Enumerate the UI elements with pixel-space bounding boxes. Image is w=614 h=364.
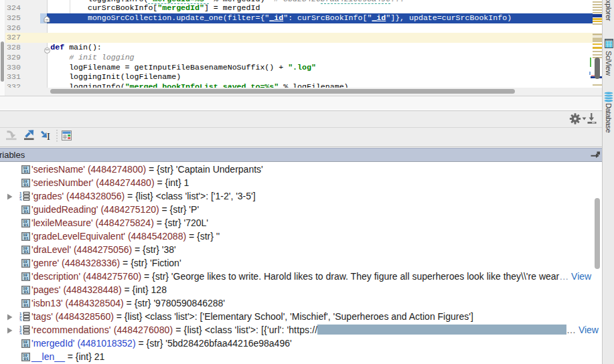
svg-text:01: 01 [23, 170, 28, 175]
svg-text:01: 01 [23, 290, 28, 295]
svg-text:01: 01 [23, 264, 28, 268]
svg-text:01: 01 [23, 357, 28, 362]
svg-text:01: 01 [23, 223, 28, 228]
svg-text:01: 01 [23, 304, 28, 308]
svg-text:3: 3 [19, 318, 22, 322]
svg-text:3: 3 [19, 332, 22, 335]
svg-text:01: 01 [23, 210, 28, 215]
svg-text:3: 3 [19, 198, 22, 201]
svg-text:01: 01 [23, 250, 28, 255]
svg-text:01: 01 [23, 183, 28, 188]
svg-text:01: 01 [23, 344, 28, 349]
svg-text:01: 01 [23, 237, 28, 242]
svg-text:I: I [47, 131, 50, 142]
svg-text:01: 01 [23, 277, 28, 282]
